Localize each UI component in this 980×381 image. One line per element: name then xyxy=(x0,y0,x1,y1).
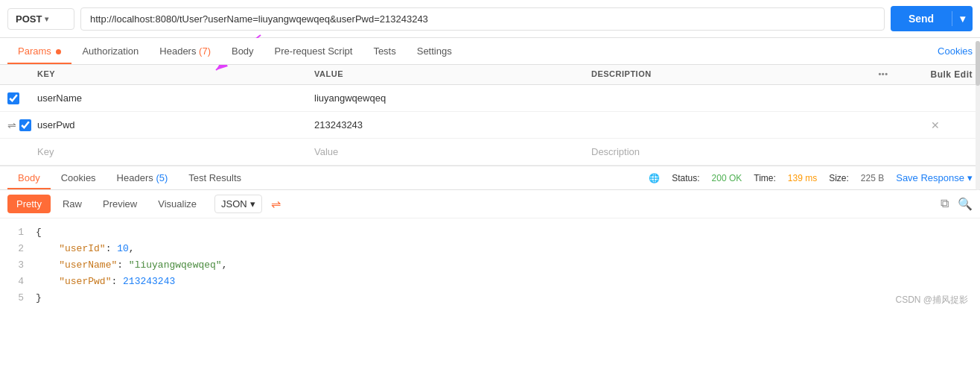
json-line-5: 5 } xyxy=(12,290,968,306)
param-checkbox-userpwd[interactable] xyxy=(19,119,31,131)
col-description: DESCRIPTION xyxy=(591,69,868,80)
param-row-username: userName liuyangwqewqeq xyxy=(0,85,980,112)
send-chevron[interactable]: ▾ xyxy=(952,13,973,25)
json-line-4: 4 "userPwd": 213243243 xyxy=(12,274,968,290)
tab-tests[interactable]: Tests xyxy=(363,38,406,64)
view-btn-preview[interactable]: Preview xyxy=(94,195,146,213)
filter-icon: ⇌ xyxy=(7,119,16,131)
param-placeholder-description: Description xyxy=(591,146,868,157)
param-placeholder-value[interactable]: Value xyxy=(314,146,591,157)
method-select[interactable]: POST ▾ xyxy=(7,8,74,30)
json-line-2: 2 "userId": 10, xyxy=(12,241,968,257)
body-actions: ⧉ 🔍 xyxy=(941,197,973,211)
param-row-placeholder: Key Value Description xyxy=(0,139,980,166)
view-btn-pretty[interactable]: Pretty xyxy=(7,195,51,213)
format-select[interactable]: JSON ▾ xyxy=(214,195,262,213)
response-tab-bar: Body Cookies Headers (5) Test Results 🌐 … xyxy=(0,166,980,190)
param-key-userpwd: userPwd xyxy=(37,119,314,130)
param-key-username: userName xyxy=(37,92,314,104)
headers-count-badge: (5) xyxy=(156,172,168,183)
params-table-header: KEY VALUE DESCRIPTION ••• Bulk Edit xyxy=(0,65,980,85)
scrollbar-thumb[interactable] xyxy=(976,41,980,86)
param-row-userpwd: ⇌ userPwd 213243243 ✕ xyxy=(0,112,980,139)
status-label: Status: xyxy=(672,173,699,183)
format-chevron: ▾ xyxy=(250,198,255,210)
search-icon[interactable]: 🔍 xyxy=(958,197,973,211)
bulk-edit-button[interactable]: Bulk Edit xyxy=(898,69,973,80)
tab-pre-request-script[interactable]: Pre-request Script xyxy=(264,38,363,64)
cookies-link[interactable]: Cookies xyxy=(938,38,973,64)
param-checkbox-username[interactable] xyxy=(7,92,19,104)
resp-tab-body[interactable]: Body xyxy=(7,166,51,189)
response-section: Body Cookies Headers (5) Test Results 🌐 … xyxy=(0,166,980,312)
view-btn-visualize[interactable]: Visualize xyxy=(149,195,206,213)
param-placeholder-key[interactable]: Key xyxy=(37,146,314,157)
method-chevron: ▾ xyxy=(45,15,48,23)
body-view-bar: Pretty Raw Preview Visualize JSON ▾ ⇌ ⧉ … xyxy=(0,190,980,218)
size-value: 225 B xyxy=(861,173,884,183)
scrollbar[interactable] xyxy=(976,41,980,190)
json-line-1: 1 { xyxy=(12,224,968,241)
view-btn-raw[interactable]: Raw xyxy=(54,195,91,213)
json-line-3: 3 "userName": "liuyangwqewqeq", xyxy=(12,257,968,274)
tab-settings[interactable]: Settings xyxy=(407,38,462,64)
tab-params[interactable]: Params xyxy=(7,38,71,64)
json-content: 1 { 2 "userId": 10, 3 "userName": "liuya… xyxy=(0,218,980,312)
tab-authorization[interactable]: Authorization xyxy=(71,38,149,64)
response-status-info: 🌐 Status: 200 OK Time: 139 ms Size: 225 … xyxy=(649,173,884,183)
param-delete-userpwd[interactable]: ✕ xyxy=(898,119,973,131)
resp-tab-test-results[interactable]: Test Results xyxy=(178,166,252,189)
status-value: 200 OK xyxy=(712,173,742,183)
resp-tab-headers[interactable]: Headers (5) xyxy=(106,166,179,189)
send-button[interactable]: Send ▾ xyxy=(891,6,973,31)
resp-tab-cookies[interactable]: Cookies xyxy=(51,166,106,189)
send-label: Send xyxy=(891,13,952,25)
tab-headers[interactable]: Headers (7) xyxy=(149,38,221,64)
tab-bar: Params Authorization Headers (7) Body Pr… xyxy=(0,38,980,65)
globe-icon: 🌐 xyxy=(649,173,660,183)
wrap-icon[interactable]: ⇌ xyxy=(271,197,281,211)
param-value-username: liuyangwqewqeq xyxy=(314,92,591,104)
size-label: Size: xyxy=(829,173,849,183)
watermark: CSDN @捕风捉影 xyxy=(895,294,968,306)
copy-icon[interactable]: ⧉ xyxy=(941,197,949,211)
url-input[interactable] xyxy=(80,7,885,31)
col-value: VALUE xyxy=(314,69,591,80)
col-dots: ••• xyxy=(868,69,898,80)
params-dot xyxy=(56,49,61,54)
time-value: 139 ms xyxy=(788,173,817,183)
save-response-chevron: ▾ xyxy=(967,172,973,183)
headers-badge: (7) xyxy=(199,45,211,57)
url-bar: POST ▾ Send ▾ xyxy=(0,0,980,38)
col-key: KEY xyxy=(37,69,314,80)
tab-body[interactable]: Body xyxy=(221,38,264,64)
param-value-userpwd: 213243243 xyxy=(314,119,591,130)
method-label: POST xyxy=(16,13,42,25)
save-response-button[interactable]: Save Response ▾ xyxy=(896,172,973,183)
time-label: Time: xyxy=(754,173,776,183)
